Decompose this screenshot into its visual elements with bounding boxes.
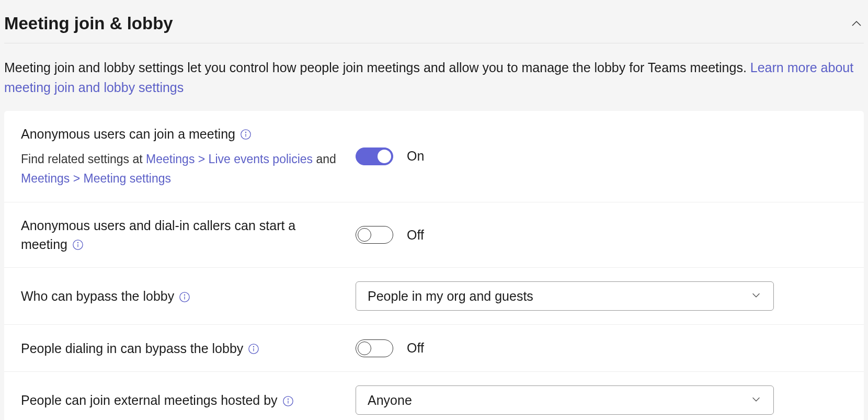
label-text: Anonymous users and dial-in callers can … [21,218,295,252]
info-icon[interactable] [248,343,259,355]
section-description: Meeting join and lobby settings let you … [4,43,864,101]
section-title: Meeting join & lobby [4,14,173,33]
chevron-down-icon [750,289,762,304]
toggle-value-label: Off [407,340,424,356]
bypass-lobby-select[interactable]: People in my org and guests [356,281,774,311]
dialin-bypass-toggle[interactable] [356,339,393,357]
toggle-knob [358,228,371,242]
toggle-knob [358,342,371,355]
setting-label: Who can bypass the lobby [21,287,345,305]
setting-label-col: Anonymous users can join a meeting Find … [21,124,356,188]
select-value: People in my org and guests [368,289,533,304]
live-events-policies-link[interactable]: Meetings > Live events policies [146,152,313,166]
collapse-toggle[interactable] [849,16,864,31]
setting-dialin-bypass: People dialing in can bypass the lobby O… [4,325,864,372]
sub-mid: and [313,152,336,166]
setting-anonymous-join: Anonymous users can join a meeting Find … [4,111,864,202]
sub-prefix: Find related settings at [21,152,146,166]
control-col: Anyone [356,385,847,415]
section-header: Meeting join & lobby [4,4,864,43]
setting-label-col: People can join external meetings hosted… [21,391,356,410]
info-icon[interactable] [72,239,84,251]
svg-point-8 [185,294,185,295]
setting-label: People dialing in can bypass the lobby [21,339,345,358]
setting-sublabel: Find related settings at Meetings > Live… [21,150,345,188]
select-value: Anyone [368,393,412,408]
info-icon[interactable] [179,291,190,303]
setting-label: Anonymous users and dial-in callers can … [21,216,345,254]
svg-point-2 [245,132,246,133]
settings-card: Anonymous users can join a meeting Find … [4,111,864,420]
description-text: Meeting join and lobby settings let you … [4,60,747,75]
anonymous-join-toggle[interactable] [356,147,393,165]
label-text: People dialing in can bypass the lobby [21,341,243,356]
setting-label: Anonymous users can join a meeting [21,124,345,143]
setting-external-hosted: People can join external meetings hosted… [4,372,864,420]
anonymous-start-toggle[interactable] [356,226,393,244]
toggle-knob [378,150,391,163]
meeting-settings-link[interactable]: Meetings > Meeting settings [21,172,171,185]
control-col: On [356,147,847,165]
setting-label: People can join external meetings hosted… [21,391,345,410]
svg-point-11 [254,346,254,347]
label-text: Anonymous users can join a meeting [21,127,235,141]
control-col: Off [356,339,847,357]
chevron-down-icon [750,393,762,408]
setting-anonymous-start: Anonymous users and dial-in callers can … [4,202,864,268]
setting-label-col: Who can bypass the lobby [21,287,356,305]
svg-point-14 [288,399,288,399]
info-icon[interactable] [282,395,294,407]
setting-label-col: People dialing in can bypass the lobby [21,339,356,358]
svg-point-5 [77,243,78,243]
control-col: Off [356,226,847,244]
toggle-value-label: Off [407,228,424,243]
setting-bypass-lobby: Who can bypass the lobby People in my or… [4,268,864,325]
label-text: People can join external meetings hosted… [21,393,278,407]
info-icon[interactable] [240,129,252,140]
external-hosted-select[interactable]: Anyone [356,385,774,415]
chevron-up-icon [850,17,863,30]
control-col: People in my org and guests [356,281,847,311]
setting-label-col: Anonymous users and dial-in callers can … [21,216,356,254]
label-text: Who can bypass the lobby [21,289,174,303]
toggle-value-label: On [407,149,424,164]
